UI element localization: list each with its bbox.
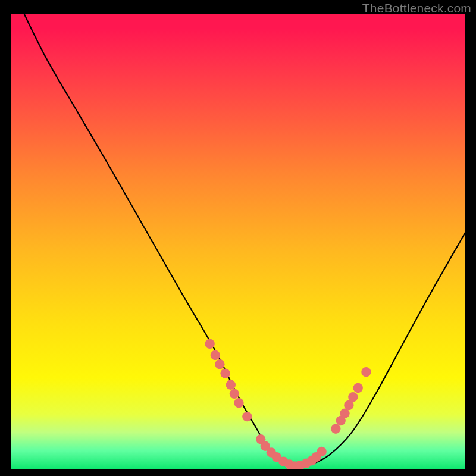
bottleneck-curve [24, 14, 465, 466]
data-point [226, 380, 236, 390]
data-point [361, 367, 371, 377]
watermark-text: TheBottleneck.com [362, 1, 471, 15]
chart-overlay [11, 14, 465, 469]
data-point [331, 424, 340, 434]
data-point [205, 339, 214, 349]
data-point [242, 412, 252, 421]
chart-frame: TheBottleneck.com [0, 0, 476, 476]
data-point [234, 398, 243, 408]
data-point [211, 350, 220, 360]
data-point [317, 447, 326, 456]
data-point [220, 368, 230, 378]
data-point [230, 389, 239, 399]
data-point [348, 392, 358, 402]
data-point [353, 383, 363, 393]
data-point [215, 359, 224, 369]
data-point-markers [205, 339, 371, 469]
